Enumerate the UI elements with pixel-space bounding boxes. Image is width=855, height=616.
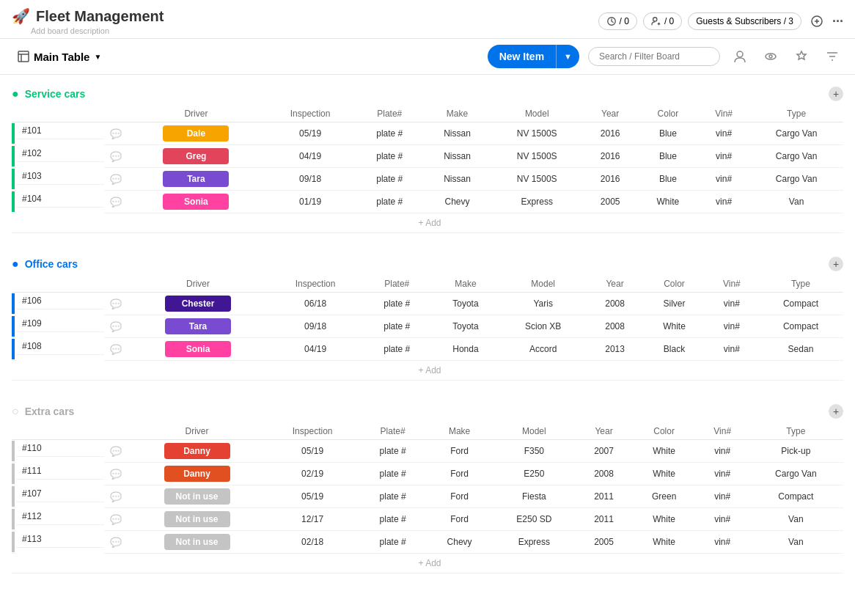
- user-profile-button[interactable]: [729, 47, 751, 66]
- make-cell[interactable]: Ford: [427, 440, 492, 463]
- plate-cell[interactable]: plate #: [356, 145, 423, 168]
- more-options-button[interactable]: ···: [832, 14, 843, 29]
- inspection-cell[interactable]: 12/17: [266, 508, 359, 531]
- vin-cell[interactable]: vin#: [697, 463, 749, 485]
- plate-cell[interactable]: plate #: [362, 315, 431, 338]
- model-cell[interactable]: F350: [492, 440, 576, 463]
- comment-icon[interactable]: 💬: [110, 446, 122, 457]
- add-column-button-office[interactable]: +: [829, 257, 843, 271]
- make-cell[interactable]: Toyota: [431, 293, 499, 315]
- new-item-arrow-icon[interactable]: ▼: [557, 47, 579, 66]
- vin-cell[interactable]: vin#: [698, 122, 749, 145]
- search-input[interactable]: [588, 47, 720, 66]
- group-name-office[interactable]: Office cars: [25, 258, 78, 270]
- make-cell[interactable]: Ford: [427, 508, 492, 531]
- color-cell[interactable]: Green: [632, 485, 697, 508]
- activity-button[interactable]: / 0: [598, 12, 637, 30]
- color-cell[interactable]: White: [643, 315, 705, 338]
- comment-icon[interactable]: 💬: [110, 514, 122, 525]
- type-cell[interactable]: Sedan: [758, 338, 843, 361]
- driver-cell[interactable]: Dale: [128, 122, 265, 145]
- comment-icon[interactable]: 💬: [110, 344, 122, 355]
- year-cell[interactable]: 2008: [587, 293, 643, 315]
- filter-button[interactable]: [821, 47, 843, 66]
- type-cell[interactable]: Compact: [758, 293, 843, 315]
- add-to-board-button[interactable]: [807, 12, 826, 31]
- plate-cell[interactable]: plate #: [356, 168, 423, 191]
- comment-icon[interactable]: 💬: [110, 298, 122, 309]
- add-column-button-extra[interactable]: +: [829, 404, 843, 419]
- year-cell[interactable]: 2005: [583, 191, 638, 213]
- color-cell[interactable]: White: [632, 463, 697, 485]
- type-cell[interactable]: Compact: [749, 485, 843, 508]
- new-item-button[interactable]: New Item ▼: [488, 45, 579, 68]
- year-cell[interactable]: 2008: [587, 315, 643, 338]
- board-description[interactable]: Add board description: [12, 26, 164, 35]
- pin-button[interactable]: [790, 47, 812, 66]
- model-cell[interactable]: Express: [491, 191, 583, 213]
- add-column-button-service[interactable]: +: [829, 87, 843, 101]
- color-cell[interactable]: White: [632, 440, 697, 463]
- plate-cell[interactable]: plate #: [362, 338, 431, 361]
- group-toggle-extra[interactable]: ○: [12, 405, 19, 418]
- model-cell[interactable]: NV 1500S: [491, 168, 583, 191]
- inspection-cell[interactable]: 09/18: [268, 315, 362, 338]
- type-cell[interactable]: Cargo Van: [749, 168, 843, 191]
- make-cell[interactable]: Ford: [427, 485, 492, 508]
- vin-cell[interactable]: vin#: [697, 508, 749, 531]
- main-table-button[interactable]: Main Table ▼: [12, 46, 107, 67]
- add-item-button[interactable]: + Add: [16, 361, 843, 381]
- model-cell[interactable]: NV 1500S: [491, 145, 583, 168]
- group-toggle-service[interactable]: ●: [12, 87, 19, 100]
- group-name-service[interactable]: Service cars: [25, 88, 86, 100]
- vin-cell[interactable]: vin#: [698, 191, 749, 213]
- type-cell[interactable]: Pick-up: [749, 440, 843, 463]
- driver-cell[interactable]: Greg: [128, 145, 265, 168]
- comment-icon[interactable]: 💬: [110, 469, 122, 480]
- driver-cell[interactable]: Not in use: [128, 531, 266, 554]
- inspection-cell[interactable]: 05/19: [266, 485, 359, 508]
- year-cell[interactable]: 2007: [576, 440, 631, 463]
- add-row[interactable]: + Add: [12, 213, 843, 233]
- model-cell[interactable]: E250: [492, 463, 576, 485]
- inspection-cell[interactable]: 05/19: [266, 440, 359, 463]
- inspection-cell[interactable]: 02/18: [266, 531, 359, 554]
- color-cell[interactable]: White: [632, 531, 697, 554]
- plate-cell[interactable]: plate #: [356, 122, 423, 145]
- year-cell[interactable]: 2016: [583, 145, 638, 168]
- comment-icon[interactable]: 💬: [110, 491, 122, 502]
- inspection-cell[interactable]: 09/18: [265, 168, 356, 191]
- eye-button[interactable]: [760, 47, 782, 66]
- make-cell[interactable]: Nissan: [423, 168, 491, 191]
- type-cell[interactable]: Cargo Van: [749, 145, 843, 168]
- color-cell[interactable]: Silver: [643, 293, 705, 315]
- year-cell[interactable]: 2013: [587, 338, 643, 361]
- make-cell[interactable]: Nissan: [423, 145, 491, 168]
- color-cell[interactable]: Blue: [638, 145, 698, 168]
- make-cell[interactable]: Chevy: [423, 191, 491, 213]
- model-cell[interactable]: Fiesta: [492, 485, 576, 508]
- comment-icon[interactable]: 💬: [110, 537, 122, 548]
- inspection-cell[interactable]: 01/19: [265, 191, 356, 213]
- plate-cell[interactable]: plate #: [362, 293, 431, 315]
- type-cell[interactable]: Van: [749, 531, 843, 554]
- inspection-cell[interactable]: 02/19: [266, 463, 359, 485]
- vin-cell[interactable]: vin#: [698, 168, 749, 191]
- plate-cell[interactable]: plate #: [359, 508, 427, 531]
- inspection-cell[interactable]: 06/18: [268, 293, 362, 315]
- inspection-cell[interactable]: 05/19: [265, 122, 356, 145]
- vin-cell[interactable]: vin#: [697, 485, 749, 508]
- make-cell[interactable]: Nissan: [423, 122, 491, 145]
- add-row[interactable]: + Add: [12, 554, 843, 573]
- make-cell[interactable]: Honda: [431, 338, 499, 361]
- color-cell[interactable]: Blue: [638, 122, 698, 145]
- add-row[interactable]: + Add: [12, 361, 843, 381]
- vin-cell[interactable]: vin#: [697, 440, 749, 463]
- driver-cell[interactable]: Tara: [128, 315, 268, 338]
- year-cell[interactable]: 2011: [576, 485, 631, 508]
- driver-cell[interactable]: Not in use: [128, 485, 266, 508]
- driver-cell[interactable]: Not in use: [128, 508, 266, 531]
- make-cell[interactable]: Ford: [427, 463, 492, 485]
- make-cell[interactable]: Chevy: [427, 531, 492, 554]
- color-cell[interactable]: Blue: [638, 168, 698, 191]
